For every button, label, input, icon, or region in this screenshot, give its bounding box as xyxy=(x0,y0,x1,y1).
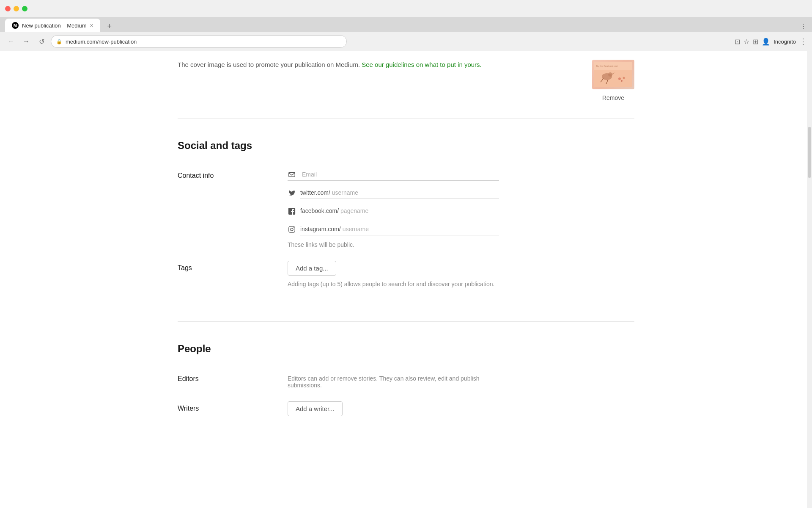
contact-info-label: Contact info xyxy=(178,168,262,248)
reload-icon: ↺ xyxy=(39,38,44,46)
add-tag-button[interactable]: Add a tag... xyxy=(288,261,336,276)
email-field-wrapper xyxy=(288,168,499,181)
cover-image-container: My first Facebook post Remove xyxy=(592,60,634,101)
people-section-title: People xyxy=(178,343,634,355)
cover-section: The cover image is used to promote your … xyxy=(178,51,634,118)
url-text: medium.com/new-publication xyxy=(66,39,137,45)
incognito-label: Incognito xyxy=(774,39,796,45)
facebook-prefix: facebook.com/ xyxy=(300,207,339,214)
twitter-prefix: twitter.com/ xyxy=(300,189,330,196)
toolbar-right: ⊡ ☆ ⊞ 👤 Incognito ⋮ xyxy=(735,37,807,46)
add-tag-button-label: Add a tag... xyxy=(296,265,328,272)
editors-description: Editors can add or remove stories. They … xyxy=(288,372,499,389)
tabs-bar: M New publication – Medium × + ⋮ xyxy=(0,17,812,32)
reload-button[interactable]: ↺ xyxy=(36,36,47,47)
facebook-field: facebook.com/ xyxy=(288,205,499,217)
svg-point-5 xyxy=(621,80,623,82)
email-icon xyxy=(288,170,296,179)
page-content: The cover image is used to promote your … xyxy=(0,51,812,508)
incognito-text: Incognito xyxy=(774,39,796,45)
main-content: The cover image is used to promote your … xyxy=(152,51,660,508)
cover-image: My first Facebook post xyxy=(592,60,634,89)
add-writer-button[interactable]: Add a writer... xyxy=(288,401,343,416)
browser-chrome: M New publication – Medium × + ⋮ ← → ↺ 🔒… xyxy=(0,0,812,51)
instagram-prefix: instagram.com/ xyxy=(300,226,341,232)
tab-end-controls: ⋮ xyxy=(800,22,807,32)
tags-fields: Add a tag... Adding tags (up to 5) allow… xyxy=(288,261,499,287)
twitter-input[interactable] xyxy=(330,187,499,199)
cast-icon: ⊡ xyxy=(735,38,740,46)
add-writer-button-label: Add a writer... xyxy=(296,405,335,412)
svg-rect-8 xyxy=(289,173,295,177)
svg-point-4 xyxy=(618,77,621,80)
new-tab-button[interactable]: + xyxy=(104,20,115,32)
instagram-input[interactable] xyxy=(341,223,499,235)
social-section: Social and tags Contact info xyxy=(178,119,634,322)
active-tab[interactable]: M New publication – Medium × xyxy=(5,19,100,32)
url-bar[interactable]: 🔒 medium.com/new-publication xyxy=(51,35,347,48)
maximize-button[interactable] xyxy=(22,6,27,11)
cover-image-svg: My first Facebook post xyxy=(594,62,632,87)
people-section: People Editors Editors can add or remove… xyxy=(178,322,634,450)
svg-point-10 xyxy=(291,228,293,230)
email-input[interactable] xyxy=(300,168,385,180)
tab-title: New publication – Medium xyxy=(22,22,86,29)
svg-text:My first Facebook post: My first Facebook post xyxy=(596,65,618,67)
svg-rect-9 xyxy=(289,226,295,232)
cover-guidelines-link[interactable]: See our guidelines on what to put in you… xyxy=(362,61,482,68)
remove-image-link[interactable]: Remove xyxy=(602,94,624,101)
browser-menu-icon[interactable]: ⋮ xyxy=(799,37,807,46)
scrollbar-thumb[interactable] xyxy=(808,127,811,178)
tab-menu-icon[interactable]: ⋮ xyxy=(800,22,807,30)
forward-icon: → xyxy=(23,38,30,45)
tab-favicon: M xyxy=(12,22,19,29)
tags-hint: Adding tags (up to 5) allows people to s… xyxy=(288,281,499,287)
forward-button[interactable]: → xyxy=(20,36,32,47)
editors-row: Editors Editors can add or remove storie… xyxy=(178,372,634,389)
tab-close-button[interactable]: × xyxy=(90,22,93,29)
instagram-icon xyxy=(288,225,296,234)
social-section-title: Social and tags xyxy=(178,140,634,152)
facebook-icon xyxy=(288,207,296,215)
svg-point-11 xyxy=(293,227,294,228)
close-button[interactable] xyxy=(5,6,11,11)
scrollbar-track[interactable] xyxy=(807,51,812,508)
facebook-input[interactable] xyxy=(339,205,499,217)
window-controls xyxy=(5,6,27,11)
minimize-button[interactable] xyxy=(14,6,19,11)
back-button[interactable]: ← xyxy=(5,36,17,47)
bookmark-icon[interactable]: ☆ xyxy=(743,38,749,46)
twitter-input-wrapper: twitter.com/ xyxy=(300,187,499,199)
tags-label: Tags xyxy=(178,261,262,287)
title-bar xyxy=(0,0,812,17)
contact-public-hint: These links will be public. xyxy=(288,241,499,248)
editors-label: Editors xyxy=(178,372,262,389)
svg-point-6 xyxy=(623,77,625,79)
address-bar: ← → ↺ 🔒 medium.com/new-publication ⊡ ☆ ⊞… xyxy=(0,32,812,51)
instagram-input-wrapper: instagram.com/ xyxy=(300,223,499,235)
editors-fields: Editors can add or remove stories. They … xyxy=(288,372,499,389)
twitter-field: twitter.com/ xyxy=(288,187,499,199)
writers-row: Writers Add a writer... xyxy=(178,401,634,416)
user-avatar-icon[interactable]: 👤 xyxy=(762,38,770,46)
contact-info-row: Contact info xyxy=(178,168,634,248)
contact-info-fields: twitter.com/ facebook.com/ xyxy=(288,168,499,248)
extensions-icon[interactable]: ⊞ xyxy=(753,38,758,46)
cover-description: The cover image is used to promote your … xyxy=(178,60,575,70)
writers-label: Writers xyxy=(178,401,262,416)
back-icon: ← xyxy=(8,38,14,45)
tags-row: Tags Add a tag... Adding tags (up to 5) … xyxy=(178,261,634,287)
security-icon: 🔒 xyxy=(56,39,62,44)
twitter-icon xyxy=(288,189,296,197)
cover-description-text: The cover image is used to promote your … xyxy=(178,61,360,68)
instagram-field: instagram.com/ xyxy=(288,223,499,235)
writers-fields: Add a writer... xyxy=(288,401,499,416)
facebook-input-wrapper: facebook.com/ xyxy=(300,205,499,217)
